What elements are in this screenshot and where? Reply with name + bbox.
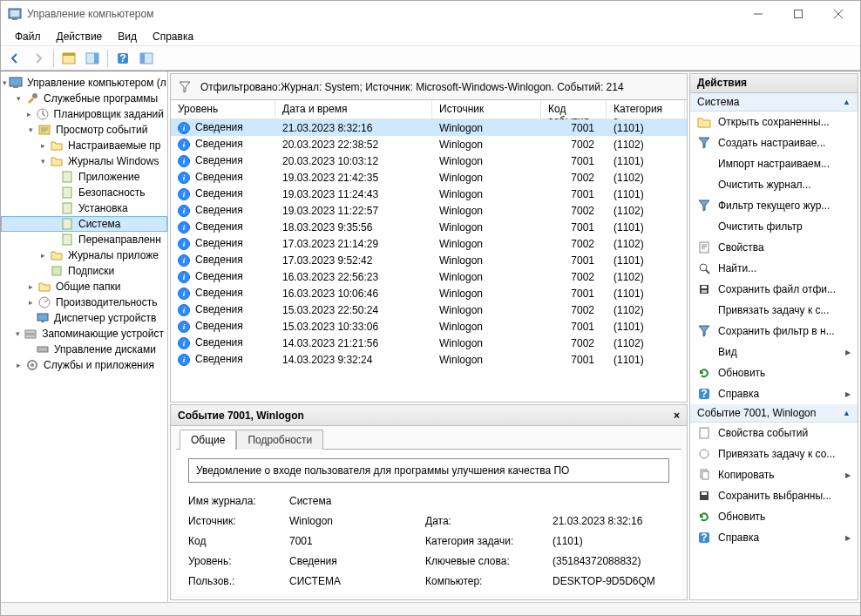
col-datetime[interactable]: Дата и время — [275, 100, 432, 118]
svg-rect-39 — [702, 290, 707, 293]
tree-utilities[interactable]: ▾Служебные программы — [1, 91, 167, 106]
tree-performance[interactable]: ▸Производительность — [1, 294, 167, 310]
tree-log-application[interactable]: Приложение — [1, 169, 167, 185]
close-detail-button[interactable]: × — [674, 410, 680, 422]
event-row[interactable]: iСведения17.03.2023 9:52:42Winlogon7001(… — [171, 252, 687, 268]
menu-help[interactable]: Справка — [146, 29, 200, 44]
action-refresh[interactable]: Обновить — [690, 362, 858, 383]
tree-scheduler[interactable]: ▸Планировщик заданий — [1, 106, 167, 122]
tree-log-system[interactable]: Система — [1, 216, 167, 232]
event-row[interactable]: iСведения17.03.2023 21:14:29Winlogon7002… — [171, 235, 687, 252]
tree-log-setup[interactable]: Установка — [1, 200, 167, 216]
action-clear-filter[interactable]: Очистить фильтр — [690, 216, 858, 237]
help-button[interactable]: ? — [112, 48, 133, 69]
event-row[interactable]: iСведения15.03.2023 10:33:06Winlogon7001… — [171, 318, 687, 335]
action-group-system[interactable]: Система▲ — [690, 93, 858, 112]
tab-details[interactable]: Подробности — [236, 430, 323, 450]
svg-rect-30 — [25, 335, 36, 338]
event-row[interactable]: iСведения19.03.2023 11:24:43Winlogon7001… — [171, 186, 687, 202]
action-save-filtered[interactable]: Сохранить файл отфи... — [690, 279, 858, 300]
minimize-button[interactable] — [738, 1, 778, 27]
action-help[interactable]: ?Справка▶ — [690, 383, 858, 404]
menu-file[interactable]: Файл — [8, 29, 48, 44]
event-row[interactable]: iСведения20.03.2023 22:38:52Winlogon7002… — [171, 136, 687, 152]
event-row[interactable]: iСведения19.03.2023 21:42:35Winlogon7002… — [171, 169, 687, 186]
event-row[interactable]: iСведения14.03.2023 9:32:24Winlogon7001(… — [171, 351, 687, 368]
action-open-saved[interactable]: Открыть сохраненны... — [690, 112, 858, 132]
info-icon: i — [178, 304, 190, 316]
action-save-selected[interactable]: Сохранить выбранны... — [690, 485, 858, 506]
action-help-event[interactable]: ?Справка▶ — [690, 527, 858, 548]
event-row[interactable]: iСведения15.03.2023 22:50:24Winlogon7002… — [171, 301, 687, 318]
tree-label: Управление дисками — [54, 343, 156, 355]
navigation-tree[interactable]: ▾Управление компьютером (л ▾Служебные пр… — [1, 71, 168, 602]
action-view[interactable]: Вид▶ — [690, 342, 858, 362]
tree-event-viewer[interactable]: ▾Просмотр событий — [1, 122, 167, 138]
tree-device-manager[interactable]: Диспетчер устройств — [1, 310, 167, 326]
action-save-filter-as[interactable]: Сохранить фильтр в н... — [690, 321, 858, 342]
folder-icon — [50, 139, 64, 152]
event-row[interactable]: iСведения16.03.2023 22:56:23Winlogon7002… — [171, 268, 687, 285]
tab-general[interactable]: Общие — [180, 430, 236, 450]
event-row[interactable]: iСведения14.03.2023 21:21:56Winlogon7002… — [171, 335, 687, 351]
back-button[interactable] — [4, 48, 25, 69]
action-clear-log[interactable]: Очистить журнал... — [690, 174, 858, 195]
chevron-up-icon: ▲ — [843, 98, 851, 106]
tree-subscriptions[interactable]: Подписки — [1, 263, 167, 279]
find-icon — [697, 261, 711, 275]
menu-action[interactable]: Действие — [50, 29, 110, 44]
open-icon — [697, 115, 711, 129]
detail-header: Событие 7001, Winlogon × — [171, 405, 687, 426]
col-eventid[interactable]: Код события — [541, 100, 607, 118]
detail-message: Уведомление о входе пользователя для про… — [188, 458, 669, 483]
tree-label: Планировщик заданий — [54, 108, 164, 120]
tree-log-security[interactable]: Безопасность — [1, 185, 167, 200]
action-group-event[interactable]: Событие 7001, Winlogon▲ — [690, 404, 858, 423]
svg-rect-27 — [37, 314, 48, 321]
tree-shared-folders[interactable]: ▸Общие папки — [1, 279, 167, 294]
action-create-custom[interactable]: Создать настраивае... — [690, 132, 858, 153]
tree-services[interactable]: ▸Службы и приложения — [1, 357, 167, 373]
forward-button[interactable] — [28, 48, 49, 69]
funnel-save-icon — [697, 324, 711, 338]
tools-icon — [25, 91, 39, 105]
col-level[interactable]: Уровень — [171, 100, 275, 118]
col-source[interactable]: Источник — [432, 100, 541, 118]
action-attach-task[interactable]: Привязать задачу к с... — [690, 300, 858, 321]
window-title: Управление компьютером — [27, 8, 153, 20]
refresh-icon — [697, 366, 711, 380]
show-hide-tree-button[interactable] — [58, 48, 79, 69]
event-row[interactable]: iСведения20.03.2023 10:03:12Winlogon7001… — [171, 152, 687, 169]
action-properties[interactable]: Свойства — [690, 237, 858, 258]
device-manager-icon — [36, 311, 50, 325]
tree-custom-views[interactable]: ▸Настраиваемые пр — [1, 138, 167, 153]
svg-rect-47 — [702, 492, 707, 495]
label-code: Код — [188, 535, 284, 547]
maximize-button[interactable] — [778, 1, 818, 27]
event-row[interactable]: iСведения19.03.2023 11:22:57Winlogon7002… — [171, 202, 687, 219]
action-filter-current[interactable]: Фильтр текущего жур... — [690, 195, 858, 216]
tree-storage[interactable]: ▾Запоминающие устройст — [1, 326, 167, 342]
tree-windows-logs[interactable]: ▾Журналы Windows — [1, 153, 167, 169]
tree-log-forwarded[interactable]: Перенаправленн — [1, 232, 167, 247]
event-row[interactable]: iСведения16.03.2023 10:06:46Winlogon7001… — [171, 285, 687, 301]
action-copy[interactable]: Копировать▶ — [690, 464, 858, 485]
toolbar-extra-button[interactable] — [136, 48, 157, 69]
action-import-custom[interactable]: Импорт настраиваем... — [690, 153, 858, 174]
close-button[interactable] — [818, 1, 858, 27]
menu-view[interactable]: Вид — [111, 29, 144, 44]
event-list[interactable]: iСведения21.03.2023 8:32:16Winlogon7001(… — [171, 119, 687, 402]
tree-app-logs[interactable]: ▸Журналы приложе — [1, 247, 167, 263]
action-event-properties[interactable]: Свойства событий — [690, 423, 858, 443]
action-refresh-event[interactable]: Обновить — [690, 506, 858, 527]
chevron-up-icon: ▲ — [843, 409, 851, 417]
label-source: Источник: — [188, 515, 284, 527]
action-find[interactable]: Найти... — [690, 258, 858, 279]
tree-disk-management[interactable]: Управление дисками — [1, 342, 167, 357]
show-hide-actions-button[interactable] — [82, 48, 103, 69]
event-row[interactable]: iСведения21.03.2023 8:32:16Winlogon7001(… — [171, 119, 687, 136]
col-category[interactable]: Категория з... — [607, 100, 685, 118]
action-attach-task-event[interactable]: Привязать задачу к со... — [690, 443, 858, 464]
tree-root[interactable]: ▾Управление компьютером (л — [1, 75, 167, 91]
event-row[interactable]: iСведения18.03.2023 9:35:56Winlogon7001(… — [171, 219, 687, 235]
